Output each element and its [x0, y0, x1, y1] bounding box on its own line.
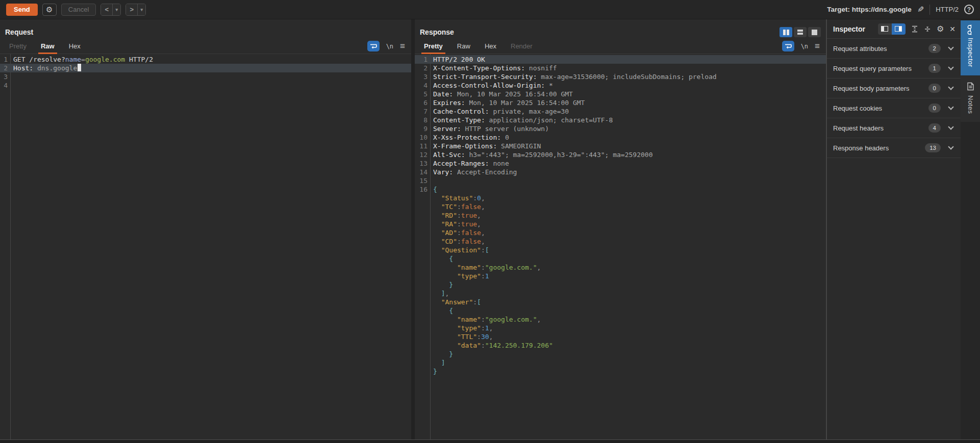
editor-menu-icon[interactable]: ≡: [400, 41, 405, 51]
code-line[interactable]: "type":1: [415, 272, 826, 280]
line-number: [415, 228, 430, 237]
code-segment: HTTP/2: [125, 56, 153, 63]
send-settings-button[interactable]: ⚙: [42, 4, 57, 16]
show-newlines-toggle[interactable]: \n: [386, 43, 393, 50]
chevron-down-icon[interactable]: [948, 44, 953, 50]
chevron-down-icon[interactable]: [948, 124, 953, 129]
code-segment: Host:: [13, 64, 33, 72]
code-line[interactable]: "type":1,: [415, 324, 826, 332]
tab-pretty[interactable]: Pretty: [417, 39, 450, 54]
tab-pretty[interactable]: Pretty: [2, 39, 34, 54]
code-line[interactable]: 12Alt-Svc: h3=":443"; ma=2592000,h3-29="…: [415, 150, 826, 159]
collapse-all-button[interactable]: [924, 25, 931, 33]
code-line[interactable]: ]: [415, 358, 826, 367]
forward-dropdown[interactable]: ▾: [137, 4, 145, 15]
code-line[interactable]: 2Host: dns.google: [0, 64, 411, 72]
columns-layout-button[interactable]: [780, 27, 792, 37]
chevron-down-icon[interactable]: [948, 64, 953, 70]
show-newlines-toggle[interactable]: \n: [801, 43, 808, 50]
code-segment: [: [477, 298, 481, 306]
code-segment: Strict-Transport-Security:: [433, 73, 537, 81]
code-segment: Mon, 10 Mar 2025 16:54:00 GMT: [453, 90, 573, 98]
rows-layout-button[interactable]: [794, 27, 807, 37]
tab-render[interactable]: Render: [504, 39, 540, 54]
forward-button[interactable]: >: [126, 4, 137, 15]
cancel-button[interactable]: Cancel: [61, 4, 96, 16]
chevron-down-icon[interactable]: [948, 144, 953, 149]
code-line[interactable]: 3: [0, 72, 411, 81]
send-button[interactable]: Send: [6, 4, 38, 16]
code-line[interactable]: "TTL":30,: [415, 332, 826, 341]
response-editor[interactable]: 1HTTP/2 200 OK2X-Content-Type-Options: n…: [415, 54, 826, 439]
code-line[interactable]: 1HTTP/2 200 OK: [415, 55, 826, 64]
edit-target-icon[interactable]: ✎: [917, 5, 924, 14]
dock-left-button[interactable]: [878, 23, 892, 35]
code-line[interactable]: 16{: [415, 185, 826, 194]
back-dropdown[interactable]: ▾: [112, 4, 120, 15]
code-line[interactable]: 11X-Frame-Options: SAMEORIGIN: [415, 142, 826, 150]
code-segment: Cache-Control:: [433, 108, 489, 115]
code-line[interactable]: 9Server: HTTP server (unknown): [415, 124, 826, 133]
tab-raw[interactable]: Raw: [450, 39, 478, 54]
code-line[interactable]: 1GET /resolve?name=google.com HTTP/2: [0, 55, 411, 64]
code-line[interactable]: "AD":false,: [415, 228, 826, 237]
code-line[interactable]: 3Strict-Transport-Security: max-age=3153…: [415, 72, 826, 81]
chevron-down-icon[interactable]: [948, 84, 953, 90]
inspector-section-request-cookies[interactable]: Request cookies0: [827, 98, 961, 118]
inspector-section-request-attributes[interactable]: Request attributes2: [827, 39, 961, 59]
protocol-label[interactable]: HTTP/2: [936, 6, 959, 13]
word-wrap-toggle[interactable]: [367, 41, 380, 51]
request-response-splitter[interactable]: [411, 19, 415, 439]
code-line[interactable]: ],: [415, 289, 826, 298]
code-line[interactable]: 15: [415, 176, 826, 185]
help-icon[interactable]: ?: [964, 5, 974, 14]
inspector-section-request-headers[interactable]: Request headers4: [827, 118, 961, 138]
inspector-close-icon[interactable]: ✕: [949, 25, 956, 33]
code-line[interactable]: }: [415, 280, 826, 289]
single-pane-layout-button[interactable]: [808, 27, 821, 37]
tab-hex[interactable]: Hex: [62, 39, 88, 54]
code-line[interactable]: "data":"142.250.179.206": [415, 341, 826, 350]
code-line[interactable]: 13Accept-Ranges: none: [415, 159, 826, 168]
inspector-settings-icon[interactable]: ⚙: [937, 24, 944, 34]
code-line[interactable]: "TC":false,: [415, 202, 826, 211]
code-line[interactable]: 4Access-Control-Allow-Origin: *: [415, 81, 826, 90]
code-line[interactable]: 2X-Content-Type-Options: nosniff: [415, 64, 826, 72]
line-number: 15: [415, 176, 430, 185]
code-line[interactable]: }: [415, 367, 826, 376]
code-line[interactable]: "name":"google.com.",: [415, 263, 826, 272]
code-line[interactable]: "name":"google.com.",: [415, 315, 826, 324]
dock-right-button[interactable]: [892, 23, 906, 35]
tab-hex[interactable]: Hex: [478, 39, 504, 54]
code-line[interactable]: {: [415, 306, 826, 315]
code-line[interactable]: "RA":true,: [415, 220, 826, 228]
inspector-section-request-body-parameters[interactable]: Request body parameters0: [827, 79, 961, 98]
code-line[interactable]: 6Expires: Mon, 10 Mar 2025 16:54:00 GMT: [415, 98, 826, 107]
word-wrap-toggle[interactable]: [782, 41, 794, 51]
back-button[interactable]: <: [101, 4, 112, 15]
chevron-down-icon[interactable]: [948, 104, 953, 110]
code-segment: X-Xss-Protection:: [433, 134, 501, 141]
code-line[interactable]: 8Content-Type: application/json; charset…: [415, 116, 826, 124]
code-line[interactable]: "Question":[: [415, 246, 826, 254]
code-line[interactable]: 5Date: Mon, 10 Mar 2025 16:54:00 GMT: [415, 90, 826, 98]
code-line[interactable]: {: [415, 254, 826, 263]
code-line[interactable]: "Answer":[: [415, 298, 826, 306]
side-tab-notes[interactable]: Notes: [961, 76, 980, 122]
inspector-tab-label: Inspector: [967, 38, 974, 67]
code-line[interactable]: "Status":0,: [415, 194, 826, 202]
code-line[interactable]: "RD":true,: [415, 211, 826, 220]
inspector-section-request-query-parameters[interactable]: Request query parameters1: [827, 59, 961, 79]
code-line[interactable]: 4: [0, 81, 411, 90]
inspector-section-response-headers[interactable]: Response headers13: [827, 138, 961, 158]
editor-menu-icon[interactable]: ≡: [815, 41, 820, 51]
code-line[interactable]: }: [415, 350, 826, 358]
side-tab-inspector[interactable]: Inspector: [961, 20, 980, 75]
code-line[interactable]: 10X-Xss-Protection: 0: [415, 133, 826, 142]
code-line[interactable]: 7Cache-Control: private, max-age=30: [415, 107, 826, 116]
expand-all-button[interactable]: [911, 25, 918, 33]
code-line[interactable]: "CD":false,: [415, 237, 826, 246]
tab-raw[interactable]: Raw: [34, 39, 62, 54]
request-editor[interactable]: 1GET /resolve?name=google.com HTTP/22Hos…: [0, 54, 411, 439]
code-line[interactable]: 14Vary: Accept-Encoding: [415, 168, 826, 176]
